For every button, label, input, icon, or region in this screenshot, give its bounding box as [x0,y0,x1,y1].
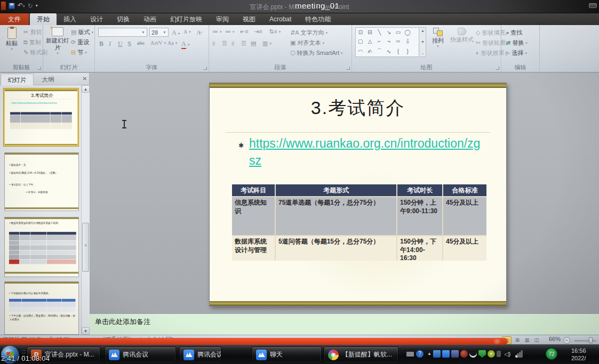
tab-insert[interactable]: 插入 [57,13,83,25]
reading-view-icon[interactable]: ▥ [522,336,532,344]
hyperlink[interactable]: https://www.ruankao.org.cn/introduction/… [249,136,480,151]
smartart-button[interactable]: ⬡ 转换为 SmartArt▾ [290,49,343,57]
cut-button[interactable]: ✂ 剪切 [23,28,42,36]
bullets-icon[interactable]: ≔▾ [212,29,222,35]
tab-outline[interactable]: 大纲 [35,74,61,85]
scroll-up-icon[interactable]: ▲ [421,29,425,33]
left-brace-shape-icon[interactable]: { [397,48,399,54]
taskbar-browser[interactable]: 【新提醒】帆软... [324,346,398,363]
text-box-shape-icon[interactable]: ⊡ [358,29,363,35]
right-arrow-shape-icon[interactable]: ⇨ [396,38,400,44]
shrink-font-icon[interactable]: A▾ [183,29,191,35]
shapes-gallery-scrollbar[interactable]: ▲ ▼ ⌄ [420,27,426,57]
clear-formatting-icon[interactable]: A̶ [196,29,201,37]
dialog-launcher-icon[interactable] [496,67,499,70]
replace-button[interactable]: ⇄ 替换▾ [506,39,528,47]
down-arrow-shape-icon[interactable]: ⇩ [405,38,410,44]
slide-editing-area[interactable]: 3.考试简介 ✱ https://www.ruankao.org.cn/intr… [90,73,599,313]
text-direction-button[interactable]: ⇵A 文字方向▾ [290,29,328,37]
battery-indicator[interactable]: 72 [546,348,557,360]
tab-acrobat[interactable]: Acrobat [262,13,298,25]
increase-indent-icon[interactable]: ⇥≡ [254,29,262,35]
slide-title[interactable]: 3.考试简介 [210,96,506,120]
scrollbar-thumb[interactable] [82,223,89,272]
change-case-icon[interactable]: Aa▾ [167,40,177,46]
underline-icon[interactable]: U [118,40,123,48]
tab-home[interactable]: 开始 [30,13,57,25]
oval-shape-icon[interactable]: ◯ [405,29,411,35]
zoom-slider[interactable] [574,340,596,342]
select-button[interactable]: ▷ 选择▾ [506,49,527,57]
arrow-shape-icon[interactable]: ↘ [387,29,391,35]
justify-icon[interactable]: ☰ [241,41,246,46]
copy-button[interactable]: ⧉ 复制 [23,38,41,46]
text-box-vertical-shape-icon[interactable]: ⊟ [368,29,372,35]
reset-button[interactable]: ⟳ 重设 [71,38,89,46]
align-text-button[interactable]: ▣ 对齐文本▾ [290,39,324,47]
thumbnail-slide[interactable]: • 报名条件：无 • 报名时间 网报 3.24—4.2号报名，（官网） • 考试… [4,152,79,211]
distribute-icon[interactable]: ▤ [251,41,256,46]
dialog-launcher-icon[interactable] [347,67,350,70]
triangle-shape-icon[interactable]: △ [368,38,372,44]
video-progress-bar[interactable] [0,338,508,345]
scroll-down-icon[interactable]: ▼ [421,40,425,44]
tab-transitions[interactable]: 切换 [110,13,137,25]
media-tray-icon[interactable] [433,350,441,358]
italic-icon[interactable]: I [109,40,111,48]
tab-design[interactable]: 设计 [83,13,110,25]
keyboard-icon[interactable] [406,352,414,357]
volume-icon[interactable]: ◁) [504,350,512,358]
decrease-indent-icon[interactable]: ⇤≡ [240,29,249,35]
align-right-icon[interactable]: Ⲷ [231,41,235,46]
grow-font-icon[interactable]: A▴ [172,29,180,37]
thumbnail-slide-current[interactable]: 3.考试简介 https://www.ruankao.org.cn/introd… [4,88,78,146]
font-size-combo[interactable]: 28 ▼ [149,28,169,37]
align-center-icon[interactable]: ☰ [222,41,227,46]
display-tray-icon[interactable] [451,350,459,358]
rectangle-shape-icon[interactable]: ▭ [396,29,401,35]
new-slide-button[interactable]: 新建幻灯片 ▾ [46,27,69,56]
zoom-slider-thumb[interactable] [589,337,593,343]
text-shadow-icon[interactable]: S [127,40,131,48]
scribble-shape-icon[interactable]: ∿ [387,48,391,54]
right-brace-shape-icon[interactable]: } [406,48,408,54]
character-spacing-icon[interactable]: A⇄V▾ [150,40,166,46]
tab-special-features[interactable]: 特色功能 [298,13,338,25]
taskbar-meeting-chat[interactable]: 聊天 [252,346,322,363]
minimize-button[interactable] [589,3,597,8]
numbering-icon[interactable]: ≕▾ [225,29,235,35]
show-hidden-icons-chevron[interactable]: ▲ [426,350,433,358]
tab-animations[interactable]: 动画 [137,13,163,25]
thumbnail-slide[interactable]: • 下学期软件测试可以考软件评测师。 • 下午大题：自动测试；黑盒测试；Web测… [4,281,79,335]
section-button[interactable]: ⊟ 节▾ [71,48,87,56]
tencent-meeting-tray-icon[interactable] [442,350,450,358]
rounded-rect-shape-icon[interactable]: ▢ [358,38,363,44]
tab-view[interactable]: 视图 [236,13,262,25]
thumbnail-slide[interactable]: • 数据库原理这学期可以考数据库系统工程师。 [4,217,79,277]
taskbar-tencent-meeting-2[interactable]: 腾讯会议 [179,346,221,363]
font-name-combo[interactable]: ▼ [98,28,147,37]
notes-pane[interactable]: 单击此处添加备注 [90,313,599,335]
plug-icon[interactable] [497,351,501,357]
elbow-arrow-shape-icon[interactable]: ¬ [387,38,390,44]
zoom-out-icon[interactable]: − [563,337,570,344]
dialog-launcher-icon[interactable] [38,67,41,70]
curve-shape-icon[interactable]: ⌒ [377,47,382,55]
slide-canvas[interactable]: 3.考试简介 ✱ https://www.ruankao.org.cn/intr… [209,83,507,306]
tab-slideshow[interactable]: 幻灯片放映 [163,13,209,25]
gallery-more-icon[interactable]: ⌄ [421,51,425,55]
close-icon[interactable]: ✕ [83,76,87,82]
hyperlink[interactable]: sz [249,153,261,168]
layout-button[interactable]: ▤ 版式▾ [71,28,93,36]
font-color-icon[interactable]: A▾ [181,40,189,49]
exam-table[interactable]: 考试科目 考题形式 考试时长 合格标准 信息系统知识 75道单选题（每题1分，总… [232,184,486,261]
dialog-launcher-icon[interactable] [204,67,207,70]
shapes-gallery[interactable]: ⊡⊟ ╲↘ ▭◯ ▢△ ⌐¬ ⇨⇩ ◠✍ ⌒∿ {} [355,27,419,57]
tab-file[interactable]: 文件 [0,13,29,25]
bold-icon[interactable]: B [99,40,103,48]
slideshow-view-icon[interactable]: ◫ [532,336,541,344]
taskbar-tencent-meeting-1[interactable]: 腾讯会议 [105,346,176,363]
scroll-down-icon[interactable]: ▼ [82,327,90,335]
freeform-shape-icon[interactable]: ✍ [368,48,372,54]
security-shield-icon[interactable] [478,350,486,358]
